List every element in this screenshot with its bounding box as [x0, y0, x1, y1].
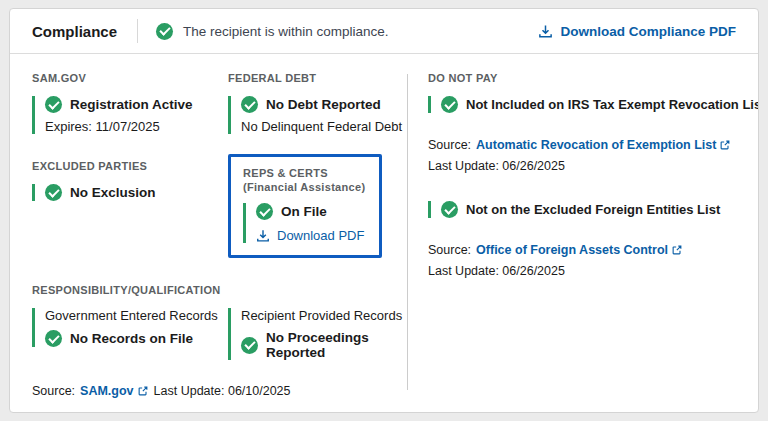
sam-gov-link-label: SAM.gov: [80, 384, 133, 398]
check-circle-icon: [241, 337, 258, 354]
check-circle-icon: [45, 330, 62, 347]
ofac-link-label: Office of Foreign Assets Control: [476, 243, 668, 257]
reps-certs-heading: REPS & CERTS: [243, 167, 365, 179]
reps-certs-highlight-box: REPS & CERTS (Financial Assistance) On F…: [228, 154, 382, 258]
compliance-panel: Compliance The recipient is within compl…: [9, 8, 759, 413]
federal-debt-status: No Debt Reported: [266, 97, 381, 112]
panel-title: Compliance: [32, 23, 117, 40]
section-federal-debt: FEDERAL DEBT No Debt Reported No Delinqu…: [228, 72, 407, 134]
reps-certs-status: On File: [281, 204, 327, 219]
foreign-entities-status: Not on the Excluded Foreign Entities Lis…: [466, 202, 720, 217]
external-link-icon: [671, 244, 683, 256]
download-pdf-link[interactable]: Download PDF: [256, 228, 365, 243]
download-icon: [256, 229, 270, 243]
do-not-pay-heading: DO NOT PAY: [428, 72, 740, 84]
irs-last-update: Last Update: 06/26/2025: [428, 159, 740, 173]
recipient-provided-records-label: Recipient Provided Records: [241, 308, 407, 323]
check-circle-icon: [441, 201, 458, 218]
government-entered-records-status: No Records on File: [70, 331, 193, 346]
source-label: Source:: [428, 243, 471, 257]
external-link-icon: [137, 385, 149, 397]
sam-gov-status: Registration Active: [70, 97, 193, 112]
dnp-item-irs: Not Included on IRS Tax Exempt Revocatio…: [428, 96, 740, 173]
excluded-parties-status: No Exclusion: [70, 185, 156, 200]
check-circle-icon: [241, 96, 258, 113]
sam-last-update: Last Update: 06/10/2025: [154, 384, 291, 398]
sam-gov-heading: SAM.GOV: [32, 72, 228, 84]
recipient-provided-records-item: Recipient Provided Records No Proceeding…: [228, 308, 407, 360]
external-link-icon: [719, 139, 731, 151]
irs-status-block: Not Included on IRS Tax Exempt Revocatio…: [428, 96, 740, 113]
sam-gov-link[interactable]: SAM.gov: [80, 384, 148, 398]
panel-header: Compliance The recipient is within compl…: [10, 9, 758, 54]
foreign-entities-status-block: Not on the Excluded Foreign Entities Lis…: [428, 201, 740, 218]
do-not-pay-column: DO NOT PAY Not Included on IRS Tax Exemp…: [408, 72, 740, 398]
check-circle-icon: [45, 96, 62, 113]
section-sam-gov: SAM.GOV Registration Active Expires: 11/…: [32, 72, 228, 134]
ofac-link[interactable]: Office of Foreign Assets Control: [476, 243, 683, 257]
sam-source-line: Source: SAM.gov Last Update: 06/10/2025: [32, 372, 407, 398]
compliance-status-text: The recipient is within compliance.: [183, 24, 389, 39]
check-circle-icon: [441, 96, 458, 113]
check-circle-icon: [45, 184, 62, 201]
sam-gov-expiration: Expires: 11/07/2025: [45, 119, 228, 134]
government-entered-records-label: Government Entered Records: [45, 308, 228, 323]
federal-debt-detail: No Delinquent Federal Debt: [241, 119, 407, 134]
section-excluded-parties: EXCLUDED PARTIES No Exclusion: [32, 160, 228, 201]
recipient-provided-records-status: No Proceedings Reported: [266, 330, 407, 360]
federal-debt-status-block: No Debt Reported No Delinquent Federal D…: [228, 96, 407, 134]
foreign-entities-last-update: Last Update: 06/26/2025: [428, 264, 740, 278]
left-column: SAM.GOV Registration Active Expires: 11/…: [32, 72, 407, 398]
responsibility-row: Government Entered Records No Records on…: [32, 308, 407, 360]
excluded-parties-heading: EXCLUDED PARTIES: [32, 160, 228, 172]
download-compliance-pdf-link[interactable]: Download Compliance PDF: [538, 24, 736, 39]
excluded-parties-status-block: No Exclusion: [32, 184, 228, 201]
responsibility-heading: RESPONSIBILITY/QUALIFICATION: [32, 284, 407, 296]
section-reps-certs: REPS & CERTS (Financial Assistance) On F…: [228, 160, 407, 258]
sam-gov-status-block: Registration Active Expires: 11/07/2025: [32, 96, 228, 134]
irs-source-line: Source: Automatic Revocation of Exemptio…: [428, 138, 740, 152]
left-grid: SAM.GOV Registration Active Expires: 11/…: [32, 72, 407, 360]
reps-certs-subheading: (Financial Assistance): [243, 181, 365, 193]
irs-status: Not Included on IRS Tax Exempt Revocatio…: [466, 97, 759, 112]
foreign-entities-source-line: Source: Office of Foreign Assets Control: [428, 243, 740, 257]
reps-certs-status-block: On File Download PDF: [243, 203, 365, 243]
dnp-item-foreign-entities: Not on the Excluded Foreign Entities Lis…: [428, 201, 740, 278]
download-compliance-pdf-label: Download Compliance PDF: [560, 24, 736, 39]
automatic-revocation-link-label: Automatic Revocation of Exemption List: [476, 138, 716, 152]
federal-debt-heading: FEDERAL DEBT: [228, 72, 407, 84]
panel-body: SAM.GOV Registration Active Expires: 11/…: [10, 54, 758, 412]
automatic-revocation-link[interactable]: Automatic Revocation of Exemption List: [476, 138, 731, 152]
header-separator: [137, 19, 138, 43]
source-label: Source:: [32, 384, 75, 398]
check-circle-icon: [156, 23, 173, 40]
source-label: Source:: [428, 138, 471, 152]
government-entered-records-item: Government Entered Records No Records on…: [32, 308, 228, 347]
download-icon: [538, 24, 553, 39]
check-circle-icon: [256, 203, 273, 220]
section-responsibility: RESPONSIBILITY/QUALIFICATION Government …: [32, 284, 407, 360]
download-pdf-label: Download PDF: [277, 228, 364, 243]
